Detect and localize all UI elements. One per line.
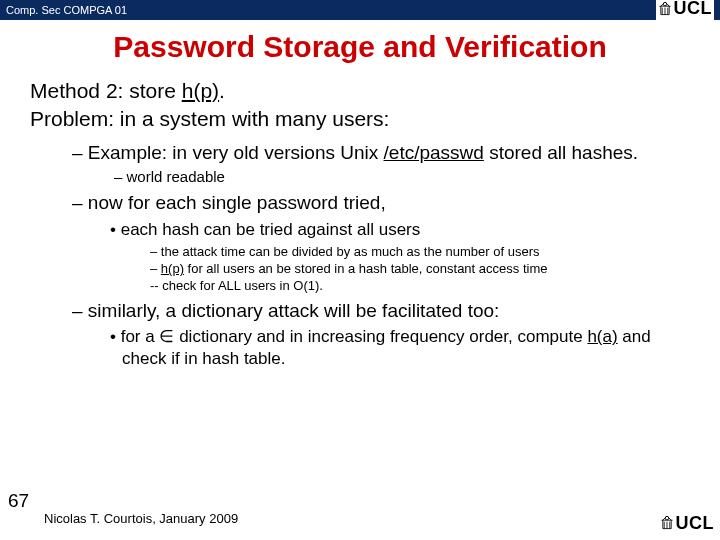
ucl-logo-text: UCL (676, 513, 715, 534)
list-item: Example: in very old versions Unix /etc/… (72, 141, 696, 188)
list-item: h(p) for all users an be stored in a has… (150, 261, 696, 278)
list-item: world readable (114, 168, 696, 187)
text: Example: in very old versions Unix (88, 142, 384, 163)
ucl-dome-icon (658, 0, 672, 18)
list-level-1: Example: in very old versions Unix /etc/… (72, 141, 696, 369)
ucl-logo-bottom: UCL (660, 513, 715, 537)
list-bullet: for a ∈ dictionary and in increasing fre… (110, 326, 696, 369)
list-item: each hash can be tried against all users… (110, 219, 696, 295)
slide-body: Method 2: store h(p). Problem: in a syst… (0, 78, 720, 369)
text: stored all hashes. (484, 142, 638, 163)
slide-number: 67 (8, 490, 29, 512)
ucl-logo-top: UCL (656, 0, 715, 22)
text: each hash can be tried against all users (121, 220, 421, 239)
course-code: Comp. Sec COMPGA 01 (6, 4, 127, 16)
method-line-2: Problem: in a system with many users: (30, 106, 696, 132)
etc-passwd-underlined: /etc/passwd (384, 142, 484, 163)
list-level-2: world readable (114, 168, 696, 187)
text: Method 2: store (30, 79, 182, 102)
slide-title: Password Storage and Verification (0, 30, 720, 64)
text: similarly, a dictionary attack will be f… (88, 300, 499, 321)
ucl-dome-icon (660, 514, 674, 532)
list-item: for a ∈ dictionary and in increasing fre… (110, 326, 696, 369)
hp-underlined: h(p) (182, 79, 219, 102)
ha-underlined: h(a) (587, 327, 617, 346)
footer-author: Nicolas T. Courtois, January 2009 (44, 511, 238, 526)
list-item: check for ALL users in O(1). (150, 278, 696, 295)
list-bullet: each hash can be tried against all users… (110, 219, 696, 295)
text: for all users an be stored in a hash tab… (184, 261, 547, 276)
ucl-logo-text: UCL (674, 0, 713, 19)
header-bar: Comp. Sec COMPGA 01 (0, 0, 720, 20)
text: dictionary and in increasing frequency o… (174, 327, 587, 346)
list-item: similarly, a dictionary attack will be f… (72, 299, 696, 369)
text: for a (121, 327, 160, 346)
list-item: the attack time can be divided by as muc… (150, 244, 696, 261)
element-of-symbol: ∈ (159, 327, 174, 346)
method-line-1: Method 2: store h(p). (30, 78, 696, 104)
list-level-3: the attack time can be divided by as muc… (150, 244, 696, 295)
list-item: now for each single password tried, each… (72, 191, 696, 295)
text: . (219, 79, 225, 102)
svg-point-1 (665, 516, 669, 520)
text: now for each single password tried, (88, 192, 386, 213)
svg-point-0 (663, 2, 667, 6)
hp-underlined: h(p) (161, 261, 184, 276)
